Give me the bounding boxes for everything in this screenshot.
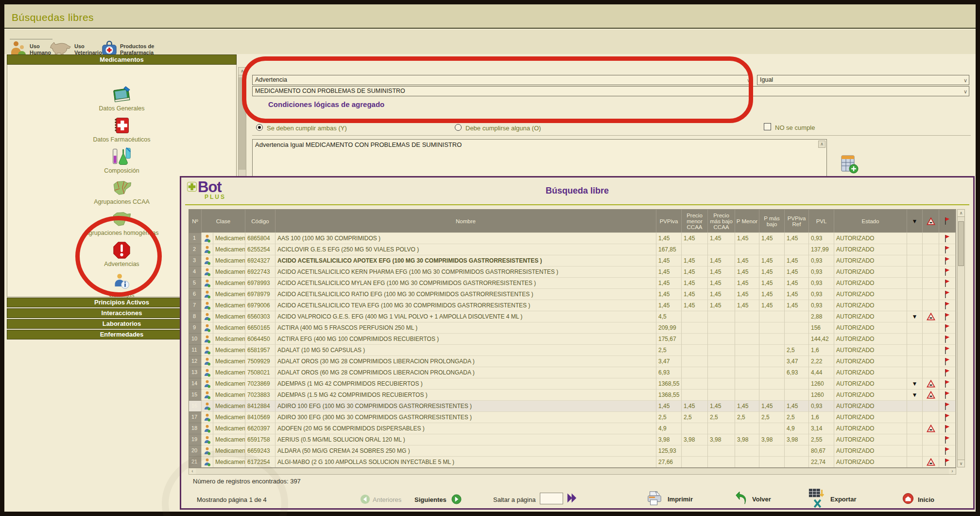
sidebar-item-consejos[interactable]: Consejos — [109, 271, 134, 299]
value-dropdown[interactable]: MEDICAMENTO CON PROBLEMAS DE SUMINISTRO∨ — [252, 86, 969, 96]
table-row[interactable]: 17Medicamento8410569ADIRO 300 EFG (300 M… — [189, 411, 956, 423]
row-warning-icon — [923, 288, 939, 300]
operator-dropdown[interactable]: Igual∨ — [757, 75, 969, 85]
column-header-flag-icon[interactable] — [939, 210, 956, 232]
table-header-row: NºClaseCódigoNombrePVPivaPrecio menor CC… — [189, 210, 956, 232]
table-row[interactable]: 18Medicamento6620397ADOFEN (20 MG 56 COM… — [189, 423, 956, 434]
column-header-clase[interactable]: Clase — [202, 210, 245, 232]
table-row[interactable]: 7Medicamento6979006ACIDO ACETILSALICILIC… — [189, 300, 956, 311]
column-header-nombre[interactable]: Nombre — [275, 210, 656, 232]
row-price-0: 1,45 — [656, 300, 682, 311]
table-row[interactable]: 19Medicamento6591758AERIUS (0.5 MG/ML SO… — [189, 434, 956, 445]
row-estado: AUTORIZADO — [834, 434, 907, 445]
column-header-warning-icon[interactable] — [923, 210, 939, 232]
row-clase: Medicamento — [213, 322, 245, 333]
column-header-price-2[interactable]: Precio más bajo CCAA — [708, 210, 735, 232]
column-header-price-5[interactable]: PVPiva Ref — [785, 210, 809, 232]
table-row[interactable]: 21Medicamento6172254ALGI-MABO (2 G 100 A… — [189, 456, 956, 467]
prev-icon[interactable] — [360, 494, 370, 506]
table-row[interactable]: 1Medicamento6865804AAS 100 (100 MG 30 CO… — [189, 232, 956, 244]
row-flag-icon — [939, 367, 956, 378]
table-row[interactable]: 5Medicamento6978993ACIDO ACETILSALICILIC… — [189, 277, 956, 288]
table-row[interactable]: 14Medicamento7023869ADEMPAS (1 MG 42 COM… — [189, 378, 956, 389]
row-number: 4 — [189, 266, 202, 277]
table-row[interactable]: 8Medicamento6560303ACIDO VALPROICO G.E.S… — [189, 311, 956, 322]
row-nombre: ADIRO 300 EFG (300 MG 30 COMPRIMIDOS GAS… — [275, 411, 656, 423]
column-header-price-0[interactable]: PVPiva — [656, 210, 682, 232]
row-sort-down-icon — [907, 400, 923, 411]
row-price-0: 1,45 — [656, 266, 682, 277]
radio-or[interactable] — [455, 124, 462, 131]
table-row[interactable]: 13Medicamento7508021ADALAT OROS (60 MG 2… — [189, 367, 956, 378]
popup-title-rule — [185, 204, 969, 205]
row-price-4 — [759, 378, 785, 389]
column-header-price-4[interactable]: P más bajo — [759, 210, 785, 232]
column-header-price-3[interactable]: P Menor — [735, 210, 759, 232]
sidebar-item-datos-farmaceuticos[interactable]: Datos Farmacéuticos — [93, 115, 150, 143]
column-header-n[interactable]: Nº — [189, 210, 202, 232]
row-number: 19 — [189, 434, 202, 445]
scroll-up-icon[interactable]: ∧ — [239, 68, 246, 75]
radio-and[interactable] — [256, 124, 263, 131]
back-button[interactable]: Volver — [735, 491, 771, 508]
scroll-left-icon[interactable]: ‹ — [189, 468, 196, 474]
next-icon[interactable] — [451, 494, 462, 506]
column-header-estado[interactable]: Estado — [834, 210, 907, 232]
not-checkbox[interactable] — [764, 123, 771, 130]
sidebar-item-agrupaciones-ccaa[interactable]: Agrupaciones CCAA — [94, 178, 150, 205]
radio-and-label: Se deben cumplir ambas (Y) — [267, 125, 347, 132]
scrollbar-thumb[interactable] — [958, 221, 964, 266]
row-clase: Medicamento — [213, 367, 245, 378]
row-estado: AUTORIZADO — [834, 356, 907, 367]
table-row[interactable]: 6Medicamento6978979ACIDO ACETILSALICILIC… — [189, 288, 956, 300]
scroll-up-icon[interactable]: ∧ — [818, 141, 825, 148]
column-header-price-6[interactable]: PVL — [809, 210, 834, 232]
row-flag-icon — [939, 322, 956, 333]
row-codigo: 6172254 — [245, 456, 275, 467]
sidebar-item-advertencias[interactable]: Advertencias — [104, 240, 139, 267]
next-button[interactable]: Siguientes — [414, 496, 447, 503]
prev-button[interactable]: Anteriores — [373, 496, 401, 503]
sidebar-item-datos-generales[interactable]: Datos Generales — [99, 84, 145, 112]
jump-page-input[interactable] — [540, 493, 563, 504]
scroll-down-icon[interactable]: ∨ — [958, 460, 964, 467]
table-row[interactable]: 4Medicamento6922743ACIDO ACETILSALICILIC… — [189, 266, 956, 277]
sidebar-item-composicion[interactable]: Composición — [104, 146, 139, 174]
jump-page-go-icon[interactable] — [566, 492, 578, 505]
table-row[interactable]: 3Medicamento6924327ACIDO ACETILSALICILIC… — [189, 255, 956, 266]
column-header-price-1[interactable]: Precio menor CCAA — [682, 210, 708, 232]
add-criteria-button[interactable] — [841, 154, 859, 176]
row-number: 3 — [189, 255, 202, 266]
table-row[interactable]: 9Medicamento6650165ACTIRA (400 MG 5 FRAS… — [189, 322, 956, 333]
row-sort-down-icon — [907, 266, 923, 277]
column-header-codigo[interactable]: Código — [245, 210, 275, 232]
export-button[interactable]: Exportar — [808, 488, 856, 510]
field-dropdown[interactable]: Advertencia∨ — [252, 75, 753, 85]
table-vertical-scrollbar[interactable]: ∧ ∨ — [957, 209, 965, 467]
row-price-5: 1,45 — [785, 288, 809, 300]
criteria-textarea[interactable]: Advertencia Igual MEDICAMENTO CON PROBLE… — [252, 139, 827, 177]
sidebar-item-agrupaciones-homogeneas[interactable]: Agrupaciones homogéneas — [85, 209, 158, 236]
scroll-right-icon[interactable]: › — [949, 468, 956, 474]
column-header-sort-down-icon[interactable]: ▼ — [907, 210, 923, 232]
home-button[interactable]: Inicio — [902, 493, 934, 506]
row-price-1: 1,45 — [682, 300, 708, 311]
results-popup: Bot PLUS Búsqueda libre NºClaseCódigoNom… — [180, 176, 975, 510]
table-row[interactable]: 16Medicamento8412884ADIRO 100 EFG (100 M… — [189, 400, 956, 411]
table-row[interactable]: 10Medicamento6064450ACTIRA EFG (400 MG 1… — [189, 333, 956, 344]
scroll-up-icon[interactable]: ∧ — [958, 210, 964, 217]
table-row[interactable]: 15Medicamento7023883ADEMPAS (1.5 MG 42 C… — [189, 389, 956, 400]
row-warning-icon — [923, 266, 939, 277]
row-price-5: 1,45 — [785, 232, 809, 244]
row-estado: AUTORIZADO — [834, 232, 907, 244]
sidebar-header-medicamentos[interactable]: Medicamentos — [7, 54, 237, 65]
print-button[interactable]: Imprimir — [645, 490, 693, 508]
table-row[interactable]: 20Medicamento6659243ALDARA (50 MG/G CREM… — [189, 445, 956, 456]
scrollbar-thumb[interactable] — [239, 77, 246, 170]
table-horizontal-scrollbar[interactable]: ‹ › — [189, 468, 956, 475]
form-scrollbar[interactable]: ∧ — [238, 67, 246, 177]
table-row[interactable]: 12Medicamento7509929ADALAT OROS (30 MG 2… — [189, 356, 956, 367]
printer-icon — [645, 490, 664, 508]
table-row[interactable]: 11Medicamento6581957ADALAT (10 MG 50 CAP… — [189, 344, 956, 356]
table-row[interactable]: 2Medicamento6255254ACICLOVIR G.E.S EFG (… — [189, 244, 956, 255]
